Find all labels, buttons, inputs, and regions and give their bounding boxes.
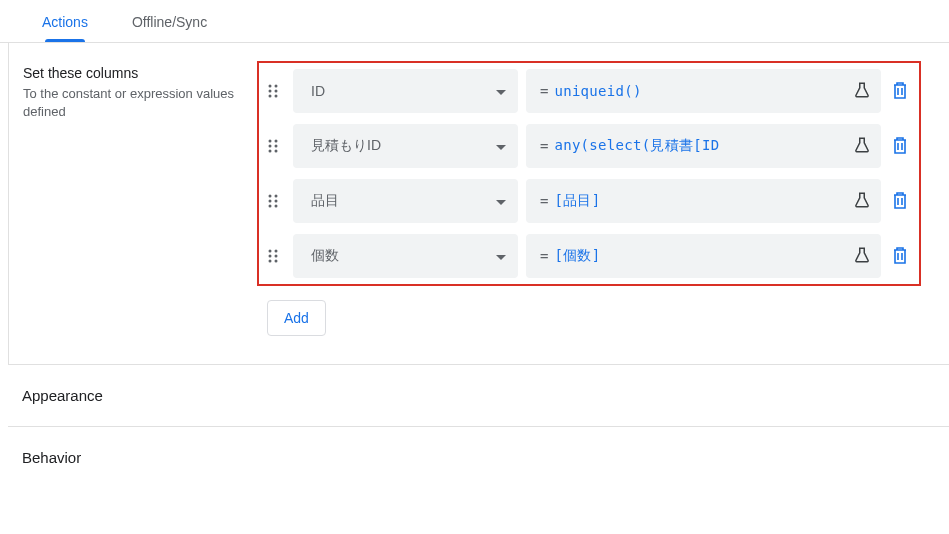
svg-point-10 bbox=[269, 150, 272, 153]
setting-title: Set these columns bbox=[23, 65, 235, 81]
drag-handle-icon[interactable] bbox=[267, 248, 285, 264]
tabs-bar: Actions Offline/Sync bbox=[0, 0, 949, 43]
drag-handle-icon[interactable] bbox=[267, 193, 285, 209]
tab-actions[interactable]: Actions bbox=[20, 0, 110, 42]
column-row: 個数 = [個数] bbox=[267, 234, 911, 278]
equals-sign: = bbox=[540, 138, 548, 154]
set-columns-panel: Set these columns To the constant or exp… bbox=[8, 43, 949, 364]
delete-button[interactable] bbox=[889, 136, 911, 157]
add-button[interactable]: Add bbox=[267, 300, 326, 336]
column-select-value: ID bbox=[311, 83, 325, 99]
expression-field[interactable]: = [品目] bbox=[526, 179, 881, 223]
setting-value-area: ID = uniqueid() 見積もりID bbox=[247, 43, 949, 364]
column-select[interactable]: 個数 bbox=[293, 234, 518, 278]
svg-point-14 bbox=[269, 200, 272, 203]
svg-point-2 bbox=[269, 90, 272, 93]
column-select[interactable]: 品目 bbox=[293, 179, 518, 223]
highlight-annotation: ID = uniqueid() 見積もりID bbox=[257, 61, 921, 286]
svg-point-3 bbox=[275, 90, 278, 93]
flask-icon[interactable] bbox=[853, 246, 871, 267]
svg-point-23 bbox=[275, 260, 278, 263]
expression-field[interactable]: = [個数] bbox=[526, 234, 881, 278]
flask-icon[interactable] bbox=[853, 136, 871, 157]
equals-sign: = bbox=[540, 193, 548, 209]
svg-point-4 bbox=[269, 95, 272, 98]
svg-point-5 bbox=[275, 95, 278, 98]
svg-point-9 bbox=[275, 145, 278, 148]
svg-point-8 bbox=[269, 145, 272, 148]
svg-point-21 bbox=[275, 255, 278, 258]
svg-point-19 bbox=[275, 250, 278, 253]
delete-button[interactable] bbox=[889, 81, 911, 102]
expression-field[interactable]: = any(select(見積書[ID bbox=[526, 124, 881, 168]
section-appearance[interactable]: Appearance bbox=[8, 364, 949, 426]
expression-text: any(select(見積書[ID bbox=[554, 137, 847, 155]
chevron-down-icon bbox=[496, 248, 506, 264]
column-select[interactable]: ID bbox=[293, 69, 518, 113]
svg-point-22 bbox=[269, 260, 272, 263]
svg-point-18 bbox=[269, 250, 272, 253]
column-row: 見積もりID = any(select(見積書[ID bbox=[267, 124, 911, 168]
column-row: ID = uniqueid() bbox=[267, 69, 911, 113]
svg-point-17 bbox=[275, 205, 278, 208]
expression-text: uniqueid() bbox=[554, 83, 847, 99]
svg-point-7 bbox=[275, 140, 278, 143]
svg-point-6 bbox=[269, 140, 272, 143]
expression-text: [個数] bbox=[554, 247, 847, 265]
column-select[interactable]: 見積もりID bbox=[293, 124, 518, 168]
flask-icon[interactable] bbox=[853, 191, 871, 212]
svg-point-15 bbox=[275, 200, 278, 203]
column-row: 品目 = [品目] bbox=[267, 179, 911, 223]
svg-point-16 bbox=[269, 205, 272, 208]
flask-icon[interactable] bbox=[853, 81, 871, 102]
drag-handle-icon[interactable] bbox=[267, 138, 285, 154]
svg-point-13 bbox=[275, 195, 278, 198]
expression-field[interactable]: = uniqueid() bbox=[526, 69, 881, 113]
equals-sign: = bbox=[540, 83, 548, 99]
chevron-down-icon bbox=[496, 138, 506, 154]
expression-text: [品目] bbox=[554, 192, 847, 210]
svg-point-11 bbox=[275, 150, 278, 153]
drag-handle-icon[interactable] bbox=[267, 83, 285, 99]
section-behavior[interactable]: Behavior bbox=[8, 426, 949, 488]
chevron-down-icon bbox=[496, 83, 506, 99]
column-select-value: 個数 bbox=[311, 247, 339, 265]
delete-button[interactable] bbox=[889, 191, 911, 212]
column-select-value: 品目 bbox=[311, 192, 339, 210]
svg-point-20 bbox=[269, 255, 272, 258]
svg-point-12 bbox=[269, 195, 272, 198]
column-select-value: 見積もりID bbox=[311, 137, 381, 155]
setting-label-area: Set these columns To the constant or exp… bbox=[9, 43, 247, 364]
delete-button[interactable] bbox=[889, 246, 911, 267]
chevron-down-icon bbox=[496, 193, 506, 209]
tab-offline-sync[interactable]: Offline/Sync bbox=[110, 0, 229, 42]
setting-subtitle: To the constant or expression values def… bbox=[23, 85, 235, 121]
svg-point-1 bbox=[275, 85, 278, 88]
equals-sign: = bbox=[540, 248, 548, 264]
svg-point-0 bbox=[269, 85, 272, 88]
